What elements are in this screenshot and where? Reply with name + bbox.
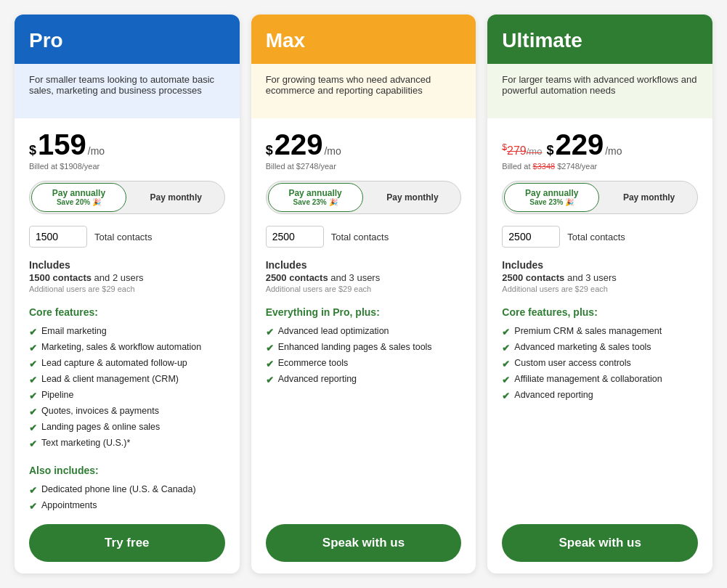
contacts-label-ultimate: Total contacts — [567, 232, 625, 242]
check-icon: ✔ — [29, 391, 37, 401]
section2-list-pro: ✔Dedicated phone line (U.S. & Canada)✔Ap… — [29, 482, 225, 514]
contacts-row-pro: Total contacts — [29, 226, 225, 248]
section1-list-max: ✔Advanced lead optimization✔Enhanced lan… — [266, 324, 462, 388]
check-icon: ✔ — [29, 407, 37, 417]
plan-header-max: Max — [251, 15, 476, 64]
check-icon: ✔ — [502, 375, 510, 385]
check-icon: ✔ — [502, 343, 510, 354]
includes-title-max: Includes — [266, 259, 462, 271]
price-period-ultimate: /mo — [605, 145, 622, 157]
contacts-label-pro: Total contacts — [94, 232, 153, 242]
list-item: ✔Advanced marketing & sales tools — [502, 340, 698, 356]
list-item: ✔Quotes, invoices & payments — [29, 404, 225, 420]
cta-button-ultimate[interactable]: Speak with us — [502, 524, 698, 562]
check-icon: ✔ — [29, 485, 37, 496]
price-amount-pro: 159 — [38, 130, 86, 159]
list-item: ✔Marketing, sales & workflow automation — [29, 340, 225, 356]
list-item: ✔Text marketing (U.S.)* — [29, 436, 225, 452]
list-item: ✔Pipeline — [29, 388, 225, 404]
plan-header-pro: Pro — [15, 15, 240, 64]
plan-subtitle-ultimate: For larger teams with advanced workflows… — [487, 64, 712, 118]
contacts-input-max[interactable] — [266, 226, 324, 248]
check-icon: ✔ — [266, 343, 274, 354]
includes-additional-pro: Additional users are $29 each — [29, 285, 225, 293]
price-row-pro: $159/mo — [29, 130, 225, 159]
section1-list-ultimate: ✔Premium CRM & sales management✔Advanced… — [502, 324, 698, 404]
plan-title-ultimate: Ultimate — [502, 29, 698, 52]
check-icon: ✔ — [266, 359, 274, 369]
cta-button-max[interactable]: Speak with us — [266, 524, 462, 562]
check-icon: ✔ — [29, 422, 37, 433]
list-item: ✔Email marketing — [29, 324, 225, 340]
list-item: ✔Advanced lead optimization — [266, 324, 462, 340]
price-billed-ultimate: Billed at $3348 $2748/year — [502, 162, 698, 171]
price-row-ultimate: $279/mo$229/mo — [502, 130, 698, 159]
check-icon: ✔ — [29, 327, 37, 338]
section2-title-pro: Also includes: — [29, 465, 225, 476]
price-dollar-max: $ — [266, 144, 273, 157]
section1-list-pro: ✔Email marketing✔Marketing, sales & work… — [29, 324, 225, 452]
plan-card-ultimate: UltimateFor larger teams with advanced w… — [487, 15, 712, 573]
contacts-row-max: Total contacts — [266, 226, 462, 248]
check-icon: ✔ — [29, 375, 37, 385]
price-amount-ultimate: 229 — [555, 130, 604, 159]
includes-desc-max: 2500 contacts and 3 users — [266, 272, 462, 283]
list-item: ✔Landing pages & online sales — [29, 420, 225, 436]
list-item: ✔Lead & client management (CRM) — [29, 372, 225, 388]
contacts-label-max: Total contacts — [331, 232, 389, 242]
billing-annual-btn-ultimate[interactable]: Pay annuallySave 23% 🎉 — [504, 183, 599, 212]
includes-desc-ultimate: 2500 contacts and 3 users — [502, 272, 698, 283]
section1-title-pro: Core features: — [29, 306, 225, 318]
section1-title-ultimate: Core features, plus: — [502, 306, 698, 318]
check-icon: ✔ — [29, 438, 37, 449]
price-period-max: /mo — [324, 145, 341, 157]
price-dollar-pro: $ — [29, 144, 36, 157]
check-icon: ✔ — [29, 501, 37, 512]
price-billed-max: Billed at $2748/year — [266, 162, 462, 171]
cta-button-pro[interactable]: Try free — [29, 524, 225, 562]
billing-monthly-btn-ultimate[interactable]: Pay monthly — [601, 181, 697, 213]
list-item: ✔Advanced reporting — [502, 388, 698, 404]
plan-subtitle-max: For growing teams who need advanced ecom… — [251, 64, 476, 118]
plan-title-pro: Pro — [29, 29, 225, 52]
list-item: ✔Dedicated phone line (U.S. & Canada) — [29, 482, 225, 498]
plan-card-max: MaxFor growing teams who need advanced e… — [251, 15, 476, 573]
check-icon: ✔ — [502, 359, 510, 369]
billing-monthly-btn-max[interactable]: Pay monthly — [365, 181, 461, 213]
list-item: ✔Advanced reporting — [266, 372, 462, 388]
price-row-max: $229/mo — [266, 130, 462, 159]
check-icon: ✔ — [502, 391, 510, 401]
check-icon: ✔ — [29, 359, 37, 369]
check-icon: ✔ — [29, 343, 37, 354]
contacts-row-ultimate: Total contacts — [502, 226, 698, 248]
plan-body-ultimate: $279/mo$229/moBilled at $3348 $2748/year… — [487, 118, 712, 573]
list-item: ✔Ecommerce tools — [266, 356, 462, 372]
price-dollar-ultimate: $ — [546, 144, 553, 157]
billing-annual-btn-pro[interactable]: Pay annuallySave 20% 🎉 — [31, 183, 126, 212]
billing-monthly-btn-pro[interactable]: Pay monthly — [128, 181, 224, 213]
list-item: ✔Lead capture & automated follow-up — [29, 356, 225, 372]
billing-annual-btn-max[interactable]: Pay annuallySave 23% 🎉 — [268, 183, 363, 212]
contacts-input-pro[interactable] — [29, 226, 87, 248]
plan-card-pro: ProFor smaller teams looking to automate… — [15, 15, 240, 573]
price-original-ultimate: $279/mo — [502, 142, 542, 158]
list-item: ✔Enhanced landing pages & sales tools — [266, 340, 462, 356]
list-item: ✔Affiliate management & collaboration — [502, 372, 698, 388]
list-item: ✔Custom user access controls — [502, 356, 698, 372]
billing-toggle-pro: Pay annuallySave 20% 🎉Pay monthly — [29, 181, 225, 214]
billing-toggle-max: Pay annuallySave 23% 🎉Pay monthly — [266, 181, 462, 214]
section1-title-max: Everything in Pro, plus: — [266, 306, 462, 318]
plan-body-pro: $159/moBilled at $1908/yearPay annuallyS… — [15, 118, 240, 573]
check-icon: ✔ — [266, 375, 274, 385]
price-amount-max: 229 — [275, 130, 323, 159]
includes-title-pro: Includes — [29, 259, 225, 271]
plan-header-ultimate: Ultimate — [487, 15, 712, 64]
billing-toggle-ultimate: Pay annuallySave 23% 🎉Pay monthly — [502, 181, 698, 214]
list-item: ✔Appointments — [29, 498, 225, 514]
plan-title-max: Max — [266, 29, 462, 52]
price-billed-pro: Billed at $1908/year — [29, 162, 225, 171]
plan-subtitle-pro: For smaller teams looking to automate ba… — [15, 64, 240, 118]
check-icon: ✔ — [266, 327, 274, 338]
includes-desc-pro: 1500 contacts and 2 users — [29, 272, 225, 283]
contacts-input-ultimate[interactable] — [502, 226, 560, 248]
